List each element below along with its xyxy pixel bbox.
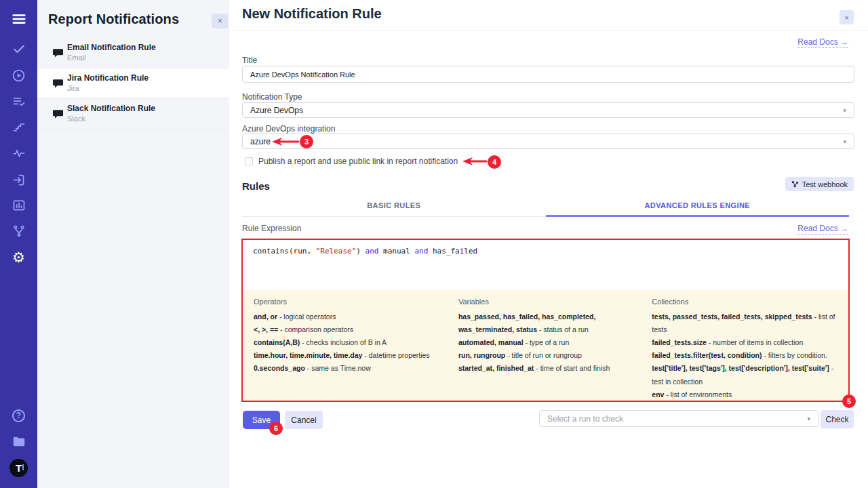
run-select-placeholder: Select a run to check — [547, 414, 623, 424]
notification-type-select[interactable]: Azure DevOps ▾ — [242, 102, 854, 118]
rule-item-subtitle: Email — [67, 54, 86, 62]
read-docs-link-2[interactable]: Read Docs → — [797, 224, 848, 235]
annotation-arrow-3 — [267, 137, 300, 146]
settings-gear-icon[interactable]: ⚙ — [0, 249, 37, 266]
page-title: New Notification Rule — [242, 6, 382, 22]
integration-select[interactable]: azure ▾ — [242, 134, 854, 149]
rules-tabs: BASIC RULESADVANCED RULES ENGINE — [242, 197, 849, 217]
projects-folder-icon[interactable] — [0, 432, 37, 450]
form-header: New Notification Rule × — [229, 0, 868, 30]
form-close-button[interactable]: × — [840, 10, 854, 24]
step-badge-5: 5 — [842, 394, 856, 408]
list-item[interactable]: Jira Notification Rule Jira — [37, 68, 229, 99]
rules-heading: Rules — [242, 180, 270, 192]
report-chart-icon[interactable] — [0, 197, 37, 214]
run-to-check-select[interactable]: Select a run to check ▾ — [539, 410, 818, 427]
annotation-arrow-4 — [458, 157, 488, 166]
integration-label: Azure DevOps integration — [242, 124, 335, 134]
notification-rule-list: Email Notification Rule Email Jira Notif… — [37, 38, 229, 129]
help-icon[interactable]: ? — [0, 407, 37, 424]
help-column-variables: Variableshas_passed, has_failed, has_com… — [458, 298, 638, 401]
chat-bubble-icon — [52, 78, 64, 92]
rule-item-subtitle: Slack — [67, 115, 85, 123]
panel-title: Report Notifications — [48, 12, 179, 27]
notification-type-label: Notification Type — [242, 92, 302, 102]
report-notifications-panel: Report Notifications × Email Notificatio… — [37, 0, 229, 488]
read-docs-link[interactable]: Read Docs → — [797, 37, 848, 48]
step-badge-4: 4 — [488, 155, 501, 169]
menu-icon[interactable] — [0, 10, 37, 28]
notification-type-value: Azure DevOps — [250, 106, 303, 115]
webhook-icon — [791, 180, 799, 188]
app-window: ⚙ ? T Report Notifications × Email Notif… — [0, 0, 868, 488]
test-webhook-label: Test webhook — [802, 180, 848, 188]
expression-help-panel: Operatorsand, or - logical operators<, >… — [243, 290, 848, 401]
publish-checkbox[interactable] — [245, 157, 253, 165]
help-column-collections: Collectionstests, passed_tests, failed_t… — [652, 298, 837, 401]
chat-bubble-icon — [52, 47, 64, 62]
test-webhook-button[interactable]: Test webhook — [785, 177, 854, 191]
step-badge-3: 3 — [300, 135, 313, 148]
title-label: Title — [242, 56, 257, 65]
icon-sidebar: ⚙ ? T — [0, 0, 37, 488]
rule-expression-label: Rule Expression — [242, 224, 301, 233]
runs-play-icon[interactable] — [0, 66, 37, 84]
publish-checkbox-label: Publish a report and use public link in … — [258, 157, 458, 166]
tab-advanced-rules-engine[interactable]: ADVANCED RULES ENGINE — [546, 197, 850, 217]
import-icon[interactable] — [0, 171, 37, 188]
list-item[interactable]: Slack Notification Rule Slack — [37, 99, 229, 129]
pulse-icon[interactable] — [0, 144, 37, 162]
new-notification-rule-form: New Notification Rule × Read Docs → Titl… — [229, 0, 868, 488]
list-item[interactable]: Email Notification Rule Email — [37, 38, 229, 68]
test-plans-icon[interactable] — [0, 93, 37, 110]
help-column-operators: Operatorsand, or - logical operators<, >… — [254, 298, 445, 401]
chevron-down-icon: ▾ — [843, 107, 846, 114]
rule-expression-code: contains(run, "Release") and manual and … — [253, 247, 477, 256]
rule-item-subtitle: Jira — [67, 84, 79, 92]
steps-icon[interactable] — [0, 119, 37, 136]
title-input[interactable] — [242, 66, 854, 83]
branch-icon[interactable] — [0, 222, 37, 240]
rule-item-title: Email Notification Rule — [67, 43, 156, 52]
chat-bubble-icon — [52, 108, 64, 123]
annotation-rect-5: contains(run, "Release") and manual and … — [241, 239, 850, 402]
tasks-check-icon[interactable] — [0, 40, 37, 58]
tab-basic-rules[interactable]: BASIC RULES — [242, 197, 546, 217]
profile-logo[interactable]: T — [0, 459, 37, 476]
step-badge-6: 6 — [269, 422, 283, 435]
chevron-down-icon: ▾ — [807, 415, 810, 422]
panel-close-button[interactable]: × — [212, 14, 229, 28]
rule-expression-editor[interactable]: contains(run, "Release") and manual and … — [243, 240, 848, 290]
rule-item-title: Jira Notification Rule — [67, 73, 149, 83]
check-button[interactable]: Check — [821, 410, 854, 428]
rule-item-title: Slack Notification Rule — [67, 104, 155, 113]
chevron-down-icon: ▾ — [843, 138, 846, 145]
cancel-button[interactable]: Cancel — [285, 411, 323, 429]
